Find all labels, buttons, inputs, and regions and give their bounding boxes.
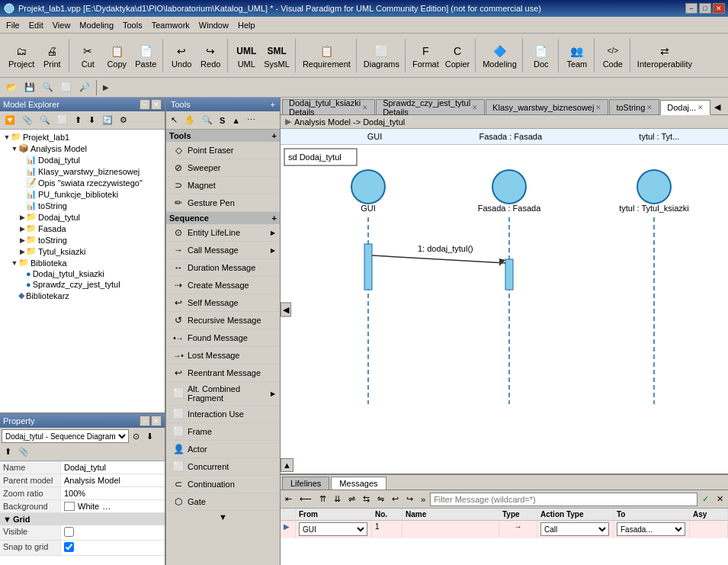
tool-gesture-pen[interactable]: ✏ Gesture Pen [166, 194, 280, 212]
tools-scroll-down[interactable]: ▼ [166, 511, 280, 523]
tr0-name[interactable] [402, 521, 499, 538]
exp-tb-btn6[interactable]: ⬇ [85, 113, 98, 127]
menu-view[interactable]: View [48, 19, 75, 31]
tool-sweeper[interactable]: ⊘ Sweeper [166, 159, 280, 177]
bt-btn2[interactable]: ⟵ [297, 492, 315, 506]
menu-help[interactable]: Help [233, 19, 260, 31]
tab-close-0[interactable]: ✕ [362, 104, 368, 111]
tools-section-tools[interactable]: Tools + [166, 130, 280, 142]
lifeline-header-tytul[interactable]: tytul : Tyt... [633, 130, 685, 143]
menu-edit[interactable]: Edit [24, 19, 48, 31]
prop-value-name[interactable]: Dodaj_tytul [61, 461, 165, 474]
toolbar-modeling-btn[interactable]: 🔷 Modeling [480, 40, 519, 71]
prop-tb-btn2[interactable]: ⬇ [143, 429, 156, 444]
tool-actor[interactable]: 👤 Actor [166, 441, 280, 458]
tool-interaction-use[interactable]: ⬜ Interaction Use [166, 406, 280, 423]
prop-snap-checkbox[interactable] [64, 542, 74, 552]
tree-opis[interactable]: 📝 Opis "swiata rzeczywistego" [2, 177, 163, 188]
toolbar-diagrams-btn[interactable]: ⬜ Diagrams [361, 40, 402, 71]
toolbar-undo-btn[interactable]: ↩ Undo [168, 40, 195, 71]
toolbar-interop-btn[interactable]: ⇄ Interoperability [635, 40, 694, 71]
toolbar-print-btn[interactable]: 🖨 Print [38, 40, 66, 71]
tree-dodaj-ks[interactable]: ● Dodaj_tytul_ksiazki [2, 268, 163, 279]
tb2-btn3[interactable]: 🔍 [40, 80, 56, 95]
tree-tytul[interactable]: ▶ 📁 Tytul_ksiazki [2, 246, 163, 257]
tool-concurrent[interactable]: ⬜ Concurrent [166, 458, 280, 476]
tb2-btn1[interactable]: 📂 [3, 80, 20, 95]
tool-frame[interactable]: ⬜ Frame [166, 423, 280, 441]
toolbar-uml-btn[interactable]: UML UML [233, 40, 260, 71]
tree-fasada[interactable]: ▶ 📁 Fasada [2, 223, 163, 234]
bt-more[interactable]: » [418, 493, 428, 506]
tb2-btn4[interactable]: ⬜ [58, 80, 75, 95]
bt-btn1[interactable]: ⇤ [282, 492, 295, 506]
property-diagram-select[interactable]: Dodaj_tytul - Sequence Diagram [2, 429, 129, 443]
tab-sprawdz[interactable]: Sprawdz_czy_jest_tytul Details ✕ [376, 99, 485, 114]
property-close-btn[interactable]: ✕ [151, 416, 162, 426]
bt-btn7[interactable]: ⇋ [374, 492, 387, 506]
exp-tb-btn7[interactable]: 🔄 [99, 113, 116, 127]
toolbar-copy-btn[interactable]: 📋 Copy [103, 40, 130, 71]
lifeline-header-gui[interactable]: GUI [361, 130, 389, 143]
tool-recursive-message[interactable]: ↺ Recursive Message [166, 312, 280, 329]
toolbar-paste-btn[interactable]: 📄 Paste [132, 40, 159, 71]
explorer-close-btn[interactable]: ✕ [151, 99, 162, 110]
toolbar-doc-btn[interactable]: 📄 Doc [528, 40, 555, 71]
tab-dodaj[interactable]: Dodaj... ✕ [660, 100, 710, 115]
exp-tb-btn8[interactable]: ⚙ [117, 113, 130, 127]
bt-btn9[interactable]: ↪ [403, 492, 416, 506]
tree-tostring2[interactable]: ▶ 📁 toString [2, 234, 163, 246]
exp-tb-btn3[interactable]: 🔍 [37, 113, 53, 127]
maximize-button[interactable]: □ [699, 3, 711, 14]
toolbar-team-btn[interactable]: 👥 Team [563, 40, 591, 71]
tree-dodaj2[interactable]: ▶ 📁 Dodaj_tytul [2, 211, 163, 223]
bt-btn4[interactable]: ⇊ [331, 492, 344, 506]
toolbar-requirement-btn[interactable]: 📋 Requirement [300, 40, 353, 71]
tools-a-btn[interactable]: ▲ [229, 113, 243, 127]
tool-alt-combined[interactable]: ⬜ Alt. Combined Fragment ▶ [166, 382, 280, 406]
lifeline-header-fasada[interactable]: Fasada : Fasada [473, 130, 549, 143]
tool-found-message[interactable]: •→ Found Message [166, 329, 280, 347]
bt-btn6[interactable]: ⇆ [360, 492, 373, 506]
bt-filter-accept[interactable]: ✓ [699, 492, 712, 506]
prop-tb-btn4[interactable]: 📎 [15, 445, 32, 459]
tree-toggle-dodaj2[interactable]: ▶ [18, 213, 26, 221]
tools-more-btn[interactable]: ⋯ [244, 113, 258, 127]
tree-toggle-bib[interactable]: ▼ [11, 259, 18, 267]
close-button[interactable]: ✕ [713, 3, 725, 14]
tree-biblioteka[interactable]: ▼ 📁 Biblioteka [2, 257, 163, 268]
exp-tb-btn2[interactable]: 📎 [19, 113, 36, 127]
tools-seq-add[interactable]: + [272, 213, 277, 223]
bottom-tab-messages[interactable]: Messages [331, 477, 386, 490]
exp-tb-btn1[interactable]: 🔽 [2, 113, 18, 127]
explorer-pin-btn[interactable]: − [140, 99, 150, 110]
menu-window[interactable]: Window [194, 19, 233, 31]
prop-section-grid[interactable]: ▼ Grid [0, 513, 165, 525]
bt-btn5[interactable]: ⇌ [345, 492, 358, 506]
prop-visible-checkbox[interactable] [64, 527, 74, 537]
toolbar-format-btn[interactable]: F Format [410, 40, 441, 71]
prop-tb-btn1[interactable]: ⊙ [130, 429, 143, 444]
tool-duration-message[interactable]: ↔ Duration Message [166, 259, 280, 277]
bottom-filter-input[interactable] [430, 493, 698, 506]
tools-select-btn[interactable]: ↖ [168, 113, 181, 127]
tab-close-1[interactable]: ✕ [472, 104, 478, 111]
tree-tostring[interactable]: 📊 toString [2, 200, 163, 211]
tb2-btn5[interactable]: 🔎 [76, 80, 93, 95]
bt-btn3[interactable]: ⇈ [316, 492, 329, 506]
tree-toggle-analysis[interactable]: ▼ [11, 145, 18, 152]
bt-filter-clear[interactable]: ✕ [714, 492, 726, 506]
tab-close-2[interactable]: ✕ [595, 104, 601, 111]
tr0-to-select[interactable]: Fasada... [617, 522, 685, 536]
toolbar-cut-btn[interactable]: ✂ Cut [74, 40, 101, 71]
tool-magnet[interactable]: ⊃ Magnet [166, 177, 280, 194]
prop-value-zoom[interactable]: 100% [61, 487, 165, 499]
tree-toggle-tytul[interactable]: ▶ [18, 248, 26, 255]
toolbar-copier-btn[interactable]: C Copier [443, 40, 472, 71]
tool-self-message[interactable]: ↩ Self Message [166, 294, 280, 312]
tb2-btn2[interactable]: 💾 [21, 80, 38, 95]
tool-entity-lifeline[interactable]: ⊙ Entity LifeLine ▶ [166, 224, 280, 242]
tools-zoom-btn[interactable]: 🔍 [199, 113, 216, 127]
tools-section-add[interactable]: + [272, 131, 277, 140]
tree-klasy[interactable]: 📊 Klasy_warstwy_biznesowej [2, 165, 163, 177]
